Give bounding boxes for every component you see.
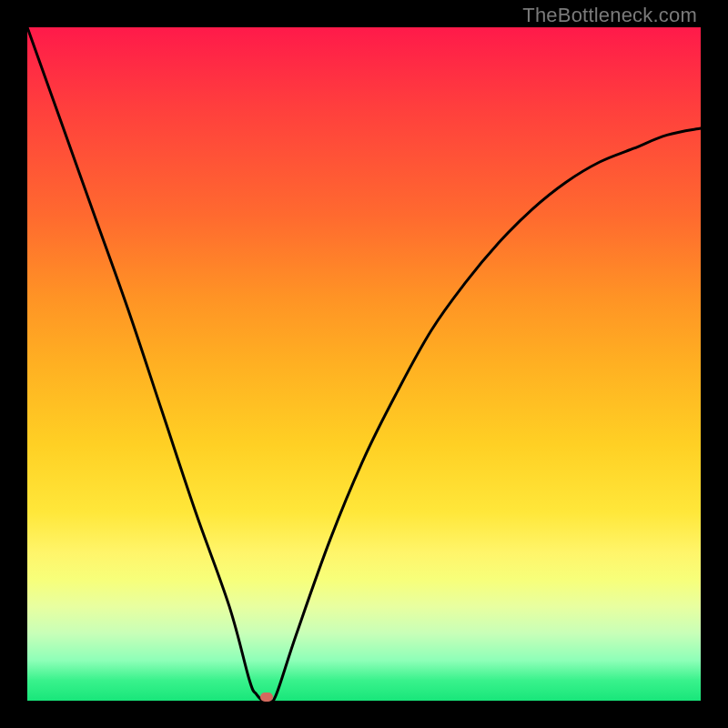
plot-area (27, 27, 701, 701)
bottleneck-curve (27, 27, 701, 701)
watermark-text: TheBottleneck.com (522, 4, 697, 27)
chart-frame: TheBottleneck.com (0, 0, 728, 728)
minimum-marker (260, 693, 273, 702)
